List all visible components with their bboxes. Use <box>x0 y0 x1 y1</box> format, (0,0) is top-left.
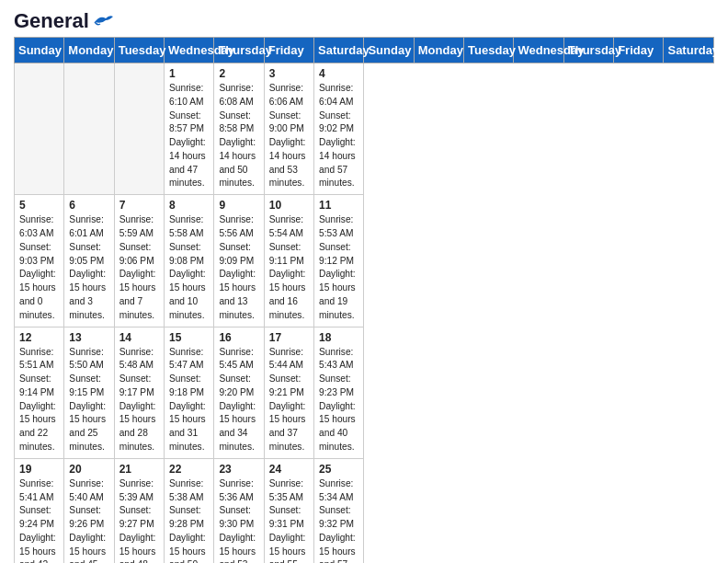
day-cell: 16Sunrise: 5:45 AM Sunset: 9:20 PM Dayli… <box>214 327 264 458</box>
day-cell: 25Sunrise: 5:34 AM Sunset: 9:32 PM Dayli… <box>314 458 364 563</box>
col-header-monday: Monday <box>414 38 463 63</box>
day-cell: 17Sunrise: 5:44 AM Sunset: 9:21 PM Dayli… <box>264 327 313 458</box>
day-number: 21 <box>119 463 159 476</box>
day-cell: 3Sunrise: 6:06 AM Sunset: 9:00 PM Daylig… <box>264 63 313 195</box>
day-number: 22 <box>169 463 209 476</box>
day-cell: 13Sunrise: 5:50 AM Sunset: 9:15 PM Dayli… <box>64 327 114 458</box>
day-number: 16 <box>219 331 258 344</box>
day-cell <box>64 63 114 195</box>
col-header-tuesday: Tuesday <box>464 38 514 63</box>
day-number: 4 <box>319 67 358 80</box>
day-info: Sunrise: 5:53 AM Sunset: 9:12 PM Dayligh… <box>319 213 358 322</box>
day-number: 3 <box>269 67 309 80</box>
col-header-wednesday: Wednesday <box>165 38 214 63</box>
day-number: 5 <box>19 199 59 212</box>
day-info: Sunrise: 5:36 AM Sunset: 9:30 PM Dayligh… <box>219 477 258 563</box>
day-cell: 22Sunrise: 5:38 AM Sunset: 9:28 PM Dayli… <box>165 458 214 563</box>
day-info: Sunrise: 5:38 AM Sunset: 9:28 PM Dayligh… <box>169 477 209 563</box>
day-info: Sunrise: 5:50 AM Sunset: 9:15 PM Dayligh… <box>69 346 108 454</box>
week-row-3: 12Sunrise: 5:51 AM Sunset: 9:14 PM Dayli… <box>15 327 714 458</box>
day-info: Sunrise: 6:01 AM Sunset: 9:05 PM Dayligh… <box>69 213 108 322</box>
header-row: SundayMondayTuesdayWednesdayThursdayFrid… <box>15 38 714 63</box>
day-number: 15 <box>169 331 209 344</box>
col-header-sunday: Sunday <box>364 38 414 63</box>
day-number: 2 <box>219 67 258 80</box>
day-info: Sunrise: 5:51 AM Sunset: 9:14 PM Dayligh… <box>19 346 59 454</box>
col-header-tuesday: Tuesday <box>114 38 164 63</box>
day-cell: 15Sunrise: 5:47 AM Sunset: 9:18 PM Dayli… <box>165 327 214 458</box>
day-info: Sunrise: 5:58 AM Sunset: 9:08 PM Dayligh… <box>169 213 209 322</box>
day-cell: 21Sunrise: 5:39 AM Sunset: 9:27 PM Dayli… <box>114 458 164 563</box>
day-info: Sunrise: 5:56 AM Sunset: 9:09 PM Dayligh… <box>219 213 258 322</box>
day-cell: 18Sunrise: 5:43 AM Sunset: 9:23 PM Dayli… <box>314 327 364 458</box>
day-number: 8 <box>169 199 209 212</box>
day-info: Sunrise: 5:48 AM Sunset: 9:17 PM Dayligh… <box>119 346 159 454</box>
col-header-friday: Friday <box>614 38 664 63</box>
col-header-thursday: Thursday <box>563 38 613 63</box>
logo-general: General <box>14 9 89 33</box>
day-info: Sunrise: 5:34 AM Sunset: 9:32 PM Dayligh… <box>319 477 358 563</box>
day-cell: 1Sunrise: 6:10 AM Sunset: 8:57 PM Daylig… <box>165 63 214 195</box>
day-number: 10 <box>269 199 309 212</box>
day-cell <box>114 63 164 195</box>
col-header-saturday: Saturday <box>664 38 714 63</box>
calendar-body: 1Sunrise: 6:10 AM Sunset: 8:57 PM Daylig… <box>15 63 714 564</box>
day-number: 9 <box>219 199 258 212</box>
day-number: 14 <box>119 331 159 344</box>
day-cell: 24Sunrise: 5:35 AM Sunset: 9:31 PM Dayli… <box>264 458 313 563</box>
day-info: Sunrise: 5:44 AM Sunset: 9:21 PM Dayligh… <box>269 346 309 454</box>
day-cell: 4Sunrise: 6:04 AM Sunset: 9:02 PM Daylig… <box>314 63 364 195</box>
day-number: 7 <box>119 199 159 212</box>
col-header-saturday: Saturday <box>314 38 364 63</box>
day-cell: 7Sunrise: 5:59 AM Sunset: 9:06 PM Daylig… <box>114 195 164 327</box>
week-row-4: 19Sunrise: 5:41 AM Sunset: 9:24 PM Dayli… <box>15 458 714 563</box>
logo-bird-icon <box>93 13 113 29</box>
day-cell: 5Sunrise: 6:03 AM Sunset: 9:03 PM Daylig… <box>15 195 64 327</box>
col-header-thursday: Thursday <box>214 38 264 63</box>
col-header-monday: Monday <box>64 38 114 63</box>
day-info: Sunrise: 6:08 AM Sunset: 8:58 PM Dayligh… <box>219 82 258 190</box>
day-number: 19 <box>19 463 59 476</box>
day-cell <box>15 63 64 195</box>
day-cell: 20Sunrise: 5:40 AM Sunset: 9:26 PM Dayli… <box>64 458 114 563</box>
week-row-1: 1Sunrise: 6:10 AM Sunset: 8:57 PM Daylig… <box>15 63 714 195</box>
day-info: Sunrise: 6:06 AM Sunset: 9:00 PM Dayligh… <box>269 82 309 190</box>
day-info: Sunrise: 5:39 AM Sunset: 9:27 PM Dayligh… <box>119 477 159 563</box>
day-cell: 23Sunrise: 5:36 AM Sunset: 9:30 PM Dayli… <box>214 458 264 563</box>
day-info: Sunrise: 6:10 AM Sunset: 8:57 PM Dayligh… <box>169 82 209 190</box>
calendar-table: SundayMondayTuesdayWednesdayThursdayFrid… <box>14 37 714 563</box>
col-header-friday: Friday <box>264 38 313 63</box>
day-number: 6 <box>69 199 108 212</box>
day-info: Sunrise: 6:04 AM Sunset: 9:02 PM Dayligh… <box>319 82 358 190</box>
calendar-header: SundayMondayTuesdayWednesdayThursdayFrid… <box>15 38 714 63</box>
day-info: Sunrise: 5:45 AM Sunset: 9:20 PM Dayligh… <box>219 346 258 454</box>
day-number: 1 <box>169 67 209 80</box>
day-cell: 2Sunrise: 6:08 AM Sunset: 8:58 PM Daylig… <box>214 63 264 195</box>
page-header: General <box>14 9 714 29</box>
day-cell: 19Sunrise: 5:41 AM Sunset: 9:24 PM Dayli… <box>15 458 64 563</box>
day-cell: 14Sunrise: 5:48 AM Sunset: 9:17 PM Dayli… <box>114 327 164 458</box>
day-cell: 11Sunrise: 5:53 AM Sunset: 9:12 PM Dayli… <box>314 195 364 327</box>
day-cell: 8Sunrise: 5:58 AM Sunset: 9:08 PM Daylig… <box>165 195 214 327</box>
day-number: 23 <box>219 463 258 476</box>
day-number: 12 <box>19 331 59 344</box>
day-cell: 6Sunrise: 6:01 AM Sunset: 9:05 PM Daylig… <box>64 195 114 327</box>
day-info: Sunrise: 6:03 AM Sunset: 9:03 PM Dayligh… <box>19 213 59 322</box>
day-cell: 9Sunrise: 5:56 AM Sunset: 9:09 PM Daylig… <box>214 195 264 327</box>
day-number: 25 <box>319 463 358 476</box>
day-info: Sunrise: 5:47 AM Sunset: 9:18 PM Dayligh… <box>169 346 209 454</box>
day-number: 17 <box>269 331 309 344</box>
col-header-wednesday: Wednesday <box>514 38 563 63</box>
day-number: 20 <box>69 463 108 476</box>
day-info: Sunrise: 5:35 AM Sunset: 9:31 PM Dayligh… <box>269 477 309 563</box>
day-info: Sunrise: 5:59 AM Sunset: 9:06 PM Dayligh… <box>119 213 159 322</box>
day-info: Sunrise: 5:41 AM Sunset: 9:24 PM Dayligh… <box>19 477 59 563</box>
week-row-2: 5Sunrise: 6:03 AM Sunset: 9:03 PM Daylig… <box>15 195 714 327</box>
logo: General <box>14 9 113 29</box>
day-number: 18 <box>319 331 358 344</box>
day-number: 11 <box>319 199 358 212</box>
day-info: Sunrise: 5:40 AM Sunset: 9:26 PM Dayligh… <box>69 477 108 563</box>
day-number: 13 <box>69 331 108 344</box>
col-header-sunday: Sunday <box>15 38 64 63</box>
day-number: 24 <box>269 463 309 476</box>
